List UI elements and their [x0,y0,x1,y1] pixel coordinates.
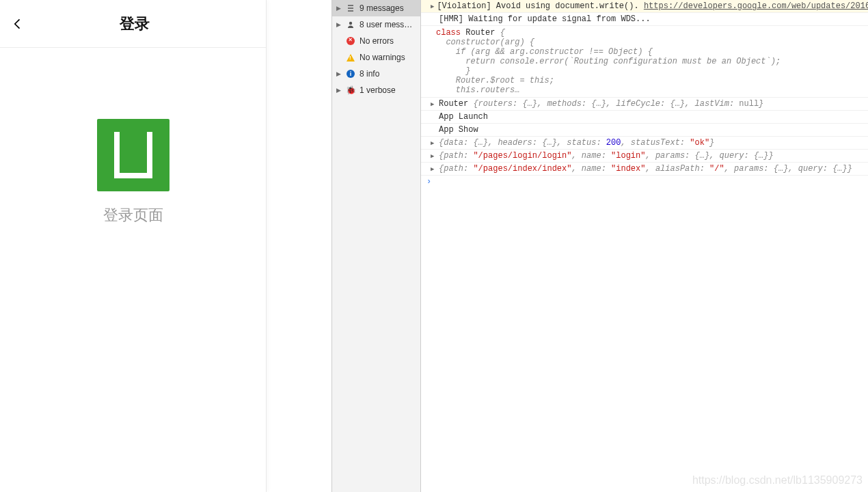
sidebar-item-user-messages[interactable]: ▶ 8 user mess… [332,16,420,33]
app-logo [97,119,169,191]
sidebar-item-warnings[interactable]: No warnings [332,49,420,66]
prompt-caret-icon: › [426,177,431,187]
caret-icon: ▶ [431,3,434,10]
caret-icon: ▶ [431,165,436,173]
sidebar-item-label: 8 info [360,69,379,79]
console-output[interactable]: ▶ [Violation] Avoid using document.write… [421,0,868,492]
log-text: [HMR] Waiting for update signal from WDS… [439,14,651,24]
app-body: 登录页面 [0,48,266,226]
info-icon: i [346,69,355,79]
chevron-right-icon: ▶ [336,5,342,12]
chevron-right-icon: ▶ [336,70,342,77]
console-app-launch-row[interactable]: ▶App Launch [421,111,868,124]
app-logo-glyph [114,132,152,178]
console-route-row[interactable]: ▶ {path: "/pages/index/index", name: "in… [421,163,868,176]
sidebar-item-verbose[interactable]: ▶ 🐞 1 verbose [332,82,420,98]
console-route-row[interactable]: ▶ {path: "/pages/login/login", name: "lo… [421,150,868,163]
console-hmr-row[interactable]: ▶ [HMR] Waiting for update signal from W… [421,13,868,26]
log-text: Router [439,99,473,109]
violation-link[interactable]: https://developers.google.com/web/update… [644,1,868,11]
chevron-right-icon: ▶ [336,87,342,94]
sidebar-item-label: 8 user mess… [360,20,412,29]
log-text: [Violation] Avoid using document.write()… [437,1,643,11]
chevron-right-icon: ▶ [336,21,342,28]
svg-point-0 [349,22,352,25]
spacer [267,0,331,492]
console-router-row[interactable]: ▶ Router {routers: {…}, methods: {…}, li… [421,98,868,111]
console-violation-row[interactable]: ▶ [Violation] Avoid using document.write… [421,0,868,13]
console-response-row[interactable]: ▶ {data: {…}, headers: {…}, status: 200,… [421,137,868,150]
console-code-block[interactable]: class Router { constructor(arg) { if (ar… [421,26,868,98]
console-app-show-row[interactable]: ▶App Show [421,124,868,137]
warning-icon [346,53,355,62]
caret-icon: ▶ [431,100,436,108]
sidebar-item-errors[interactable]: No errors [332,33,420,49]
log-text: App Show [439,125,478,135]
sidebar-item-messages[interactable]: ▶ 9 messages [332,0,420,16]
sidebar-item-label: 9 messages [360,3,404,13]
devtools-panel: ▶ 9 messages ▶ 8 user mess… No errors No… [331,0,868,492]
bug-icon: 🐞 [346,85,355,95]
sidebar-item-label: No errors [360,36,394,46]
sidebar-item-info[interactable]: ▶ i 8 info [332,66,420,82]
app-header: 登录 [0,0,266,48]
page-subtitle: 登录页面 [103,205,163,226]
caret-icon: ▶ [431,152,436,160]
list-icon [346,3,355,13]
user-icon [346,20,355,29]
app-preview-pane: 登录 登录页面 [0,0,267,492]
caret-icon: ▶ [431,139,436,147]
console-prompt[interactable]: › [421,176,868,188]
page-title: 登录 [3,14,266,34]
sidebar-item-label: No warnings [360,53,405,62]
error-icon [346,36,355,46]
log-text: App Launch [439,112,488,122]
console-sidebar: ▶ 9 messages ▶ 8 user mess… No errors No… [332,0,421,492]
sidebar-item-label: 1 verbose [360,85,396,95]
